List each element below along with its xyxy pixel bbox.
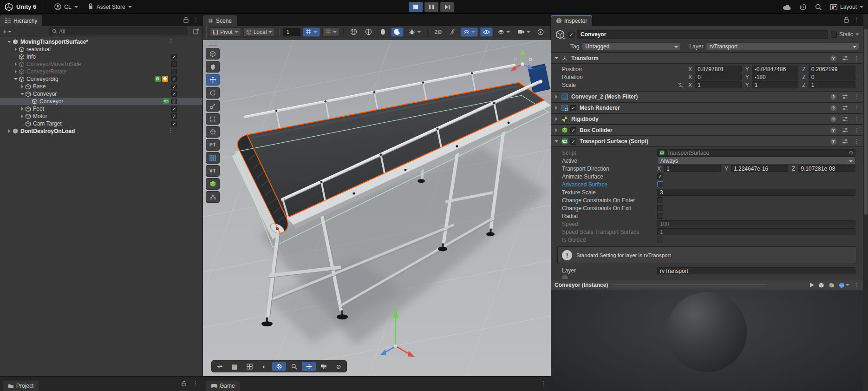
active-checkbox[interactable]: ✓ (171, 113, 177, 119)
static-checkbox[interactable] (831, 32, 837, 38)
toolbar-drag-handle[interactable] (206, 26, 207, 38)
tree-item-selected[interactable]: Conveyor ✓ (0, 98, 202, 105)
handle-rotation-button[interactable]: Local (243, 27, 275, 37)
help-icon[interactable]: ? (830, 55, 836, 61)
twod-toggle-button[interactable] (377, 27, 389, 37)
joint-tool-button[interactable] (206, 191, 220, 203)
tree-item[interactable]: ConveyorMoveToSide (0, 60, 202, 68)
axis-tool-button[interactable] (213, 362, 227, 371)
move-overlay-button[interactable] (302, 362, 316, 371)
scene-menu-icon[interactable]: ⋮ (168, 39, 174, 43)
active-checkbox[interactable]: ✓ (171, 121, 177, 126)
help-icon[interactable]: ? (830, 127, 836, 133)
camera-settings-button[interactable] (515, 27, 533, 37)
gameobject-active-checkbox[interactable]: ✓ (568, 32, 574, 38)
vt-tool-button[interactable]: VT (206, 165, 220, 177)
expand-arrow[interactable] (554, 106, 559, 110)
tab-game[interactable]: Game (206, 381, 240, 391)
layout-dropdown[interactable]: Layout (830, 4, 863, 10)
grid-size-input[interactable]: 1 (283, 28, 300, 36)
ts-layer-field[interactable]: rvTransport (657, 267, 855, 274)
help-icon[interactable]: ? (830, 105, 836, 111)
tree-item[interactable]: realvirtual (0, 46, 202, 53)
scale-y-field[interactable]: 1 (752, 81, 799, 88)
scene-menu-icon[interactable]: ⋮ (168, 128, 174, 133)
active-checkbox[interactable]: ✓ (171, 106, 177, 112)
account-menu[interactable]: CL (52, 2, 80, 12)
collider-tool-button[interactable] (206, 178, 220, 190)
constraints-enter-checkbox[interactable] (657, 197, 663, 203)
panel-menu-icon[interactable]: ⋮ (193, 18, 199, 22)
expand-arrow[interactable] (554, 139, 559, 144)
script-object-field[interactable]: TransportSurface ⊙ (657, 149, 855, 157)
preview-header[interactable]: Conveyor (Instance) ⋮ (551, 280, 863, 290)
mesh-renderer-header[interactable]: ✓ Mesh Renderer ?⋮ (551, 102, 863, 113)
grid-view-button[interactable] (242, 362, 256, 371)
texture-scale-field[interactable]: 3 (657, 189, 855, 196)
stop-button[interactable] (409, 2, 423, 12)
move-tool-button[interactable] (206, 74, 220, 86)
component-menu-icon[interactable]: ⋮ (854, 128, 859, 133)
undo-history-icon[interactable] (799, 3, 807, 11)
tree-item[interactable]: Base ✓ (0, 83, 202, 90)
grid-tool-button[interactable] (206, 152, 220, 164)
play-icon[interactable] (810, 283, 814, 287)
gameobject-icon[interactable] (555, 29, 566, 40)
component-enabled-checkbox[interactable]: ✓ (570, 139, 576, 145)
animate-checkbox[interactable]: ✓ (657, 173, 663, 179)
object-picker-icon[interactable]: ⊙ (849, 150, 853, 156)
position-x-field[interactable]: 0.8797801 (695, 66, 742, 73)
rotate-tool-button[interactable] (206, 87, 220, 99)
expand-arrow[interactable] (7, 129, 12, 133)
expand-arrow[interactable] (13, 47, 19, 51)
lightning-off-button[interactable] (447, 27, 458, 37)
hierarchy-search-input[interactable]: All (49, 27, 187, 35)
active-checkbox[interactable]: ✓ (171, 91, 177, 97)
presets-icon[interactable] (842, 127, 848, 133)
tree-item[interactable]: ConveyorRotate (0, 68, 202, 75)
scene-visibility-button[interactable] (480, 27, 493, 37)
expand-arrow[interactable] (13, 70, 19, 73)
step-button[interactable] (440, 2, 454, 12)
help-icon[interactable]: ? (830, 94, 836, 100)
expand-arrow[interactable] (554, 128, 559, 132)
direction-x-field[interactable]: 1 (664, 165, 721, 172)
kinematic-badge-icon[interactable]: ⚙ (155, 76, 161, 82)
transport-surface-header[interactable]: ✓ Transport Surface (Script) ?⋮ (551, 136, 863, 147)
presets-icon[interactable] (842, 139, 848, 144)
rotation-z-field[interactable]: 0 (809, 73, 855, 80)
layers-stack-button[interactable] (461, 27, 478, 37)
presets-icon[interactable] (842, 116, 848, 122)
tag-dropdown[interactable]: Untagged (582, 42, 681, 50)
active-checkbox[interactable]: ✓ (171, 84, 177, 89)
speed-field[interactable]: 100 (657, 220, 855, 227)
expand-arrow[interactable] (20, 91, 25, 97)
scrollbar-thumb[interactable] (864, 29, 868, 215)
open-panes-icon[interactable] (193, 28, 199, 34)
search-icon[interactable] (815, 4, 822, 11)
panel-menu-icon[interactable]: ⋮ (541, 381, 546, 385)
gizmos-2d-toggle[interactable]: 2Ø (431, 27, 444, 37)
audio-effects-button[interactable] (406, 27, 424, 37)
expand-arrow[interactable] (13, 62, 19, 66)
component-enabled-checkbox[interactable]: ✓ (570, 127, 576, 133)
position-z-field[interactable]: 0.2062199 (809, 66, 855, 73)
inspector-scrollbar[interactable] (863, 14, 868, 391)
snap-overlay-button[interactable] (272, 362, 286, 371)
presets-icon[interactable] (842, 105, 848, 111)
presets-icon[interactable] (842, 94, 848, 99)
lock-icon[interactable] (182, 381, 186, 386)
layer-dropdown[interactable]: rvTransport (706, 42, 859, 50)
pause-button[interactable] (424, 2, 438, 12)
scale-x-field[interactable]: 1 (695, 81, 742, 88)
panel-menu-icon[interactable]: ⋮ (193, 381, 198, 386)
component-enabled-checkbox[interactable]: ✓ (570, 105, 576, 111)
active-checkbox[interactable] (171, 69, 177, 74)
rigidbody-header[interactable]: Rigidbody ?⋮ (551, 113, 863, 125)
active-checkbox[interactable] (171, 61, 177, 67)
position-y-field[interactable]: -0.04847486 (752, 66, 799, 73)
layers-filter-button[interactable] (495, 27, 513, 37)
search-overlay-button[interactable] (287, 362, 301, 371)
preview-menu-icon[interactable]: ⋮ (854, 283, 859, 287)
overlay-drag-handle[interactable] (209, 43, 217, 46)
